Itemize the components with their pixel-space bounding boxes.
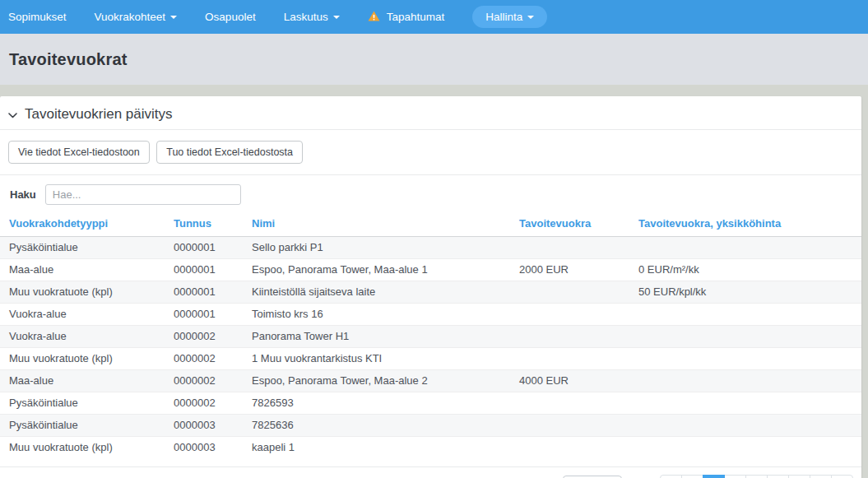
cell-vuokrakohdetyyppi: Muu vuokratuote (kpl) bbox=[0, 348, 167, 370]
cell-tavoitevuokra-yksikk-hinta bbox=[632, 348, 861, 370]
caret-down-icon bbox=[170, 16, 177, 19]
table-row: Maa-alue0000002Espoo, Panorama Tower, Ma… bbox=[0, 370, 861, 392]
page-button-4[interactable]: 4 bbox=[767, 475, 789, 478]
cell-vuokrakohdetyyppi: Muu vuokratuote (kpl) bbox=[0, 281, 167, 304]
column-header-vuokrakohdetyyppi[interactable]: Vuokrakohdetyyppi bbox=[0, 211, 167, 237]
cell-tunnus: 0000002 bbox=[167, 392, 245, 415]
page-button-3[interactable]: 3 bbox=[745, 475, 768, 478]
caret-down-icon bbox=[527, 16, 534, 19]
nav-item-label: Tapahtumat bbox=[387, 11, 445, 23]
cell-nimi: Espoo, Panorama Tower, Maa-alue 2 bbox=[245, 370, 513, 392]
cell-vuokrakohdetyyppi: Pysäköintialue bbox=[0, 415, 167, 437]
cell-tavoitevuokra bbox=[513, 281, 632, 304]
column-header-tunnus[interactable]: Tunnus bbox=[167, 211, 245, 237]
cell-vuokrakohdetyyppi: Pysäköintialue bbox=[0, 392, 167, 415]
section-title: Tavoitevuokrien päivitys bbox=[25, 106, 173, 123]
nav-item-hallinta[interactable]: Hallinta bbox=[472, 6, 547, 28]
next-page-button[interactable]: › bbox=[810, 475, 832, 478]
search-input[interactable] bbox=[45, 184, 241, 205]
cell-nimi: 1 Muu vuokrantarkistus KTI bbox=[245, 348, 513, 370]
cell-nimi: 7826593 bbox=[245, 392, 513, 415]
cell-tavoitevuokra bbox=[513, 437, 632, 459]
page-header: Tavoitevuokrat bbox=[0, 34, 868, 85]
cell-tavoitevuokra bbox=[513, 348, 632, 370]
table-row: Muu vuokratuote (kpl)00000021 Muu vuokra… bbox=[0, 348, 861, 370]
cell-vuokrakohdetyyppi: Maa-alue bbox=[0, 370, 167, 392]
nav-item-osapuolet[interactable]: Osapuolet bbox=[205, 11, 256, 23]
pagination: «‹12345›» bbox=[660, 475, 853, 478]
nav-item-label: Laskutus bbox=[284, 11, 328, 23]
export-excel-button[interactable]: Vie tiedot Excel-tiedostoon bbox=[8, 141, 150, 164]
cell-tunnus: 0000002 bbox=[167, 326, 245, 348]
table-header: VuokrakohdetyyppiTunnusNimiTavoitevuokra… bbox=[0, 211, 861, 237]
section-header[interactable]: Tavoitevuokrien päivitys bbox=[0, 96, 861, 130]
nav-items: SopimuksetVuokrakohteetOsapuoletLaskutus… bbox=[8, 6, 547, 28]
nav-item-sopimukset[interactable]: Sopimukset bbox=[8, 11, 67, 23]
cell-tavoitevuokra-yksikk-hinta: 50 EUR/kpl/kk bbox=[632, 281, 861, 304]
cell-nimi: 7825636 bbox=[245, 415, 513, 437]
column-header-tavoitevuokra-yksikk-hinta[interactable]: Tavoitevuokra, yksikköhinta bbox=[632, 211, 861, 237]
nav-item-tapahtumat[interactable]: Tapahtumat bbox=[368, 11, 445, 24]
cell-nimi: Sello parkki P1 bbox=[245, 237, 513, 259]
search-row: Haku bbox=[0, 175, 861, 205]
page-size-select[interactable]: 10 bbox=[563, 476, 622, 478]
first-page-button[interactable]: « bbox=[660, 475, 682, 478]
page-button-1[interactable]: 1 bbox=[703, 475, 725, 478]
cell-vuokrakohdetyyppi: Pysäköintialue bbox=[0, 237, 167, 259]
cell-tavoitevuokra-yksikk-hinta bbox=[632, 237, 861, 259]
nav-item-label: Vuokrakohteet bbox=[95, 11, 166, 23]
caret-down-icon bbox=[333, 16, 340, 19]
table-row: Pysäköintialue00000037825636 bbox=[0, 415, 861, 437]
cell-tunnus: 0000003 bbox=[167, 415, 245, 437]
table-row: Vuokra-alue0000002Panorama Tower H1 bbox=[0, 326, 861, 348]
cell-vuokrakohdetyyppi: Vuokra-alue bbox=[0, 326, 167, 348]
cell-vuokrakohdetyyppi: Vuokra-alue bbox=[0, 304, 167, 326]
cell-nimi: kaapeli 1 bbox=[245, 437, 513, 459]
page-button-5[interactable]: 5 bbox=[788, 475, 810, 478]
cell-tavoitevuokra-yksikk-hinta bbox=[632, 304, 861, 326]
page-size-select-wrap: 10 bbox=[563, 476, 622, 478]
content-panel: Tavoitevuokrien päivitys Vie tiedot Exce… bbox=[0, 96, 861, 478]
nav-item-label: Hallinta bbox=[485, 11, 522, 23]
table-row: Muu vuokratuote (kpl)0000001Kiinteistöll… bbox=[0, 281, 861, 304]
cell-nimi: Espoo, Panorama Tower, Maa-alue 1 bbox=[245, 259, 513, 281]
cell-tunnus: 0000003 bbox=[167, 437, 245, 459]
cell-tavoitevuokra bbox=[513, 237, 632, 259]
cell-tavoitevuokra-yksikk-hinta bbox=[632, 437, 861, 459]
last-page-button[interactable]: » bbox=[831, 475, 853, 478]
top-navbar: SopimuksetVuokrakohteetOsapuoletLaskutus… bbox=[0, 0, 868, 34]
cell-nimi: Panorama Tower H1 bbox=[245, 326, 513, 348]
cell-vuokrakohdetyyppi: Maa-alue bbox=[0, 259, 167, 281]
cell-tunnus: 0000001 bbox=[167, 281, 245, 304]
cell-tavoitevuokra: 4000 EUR bbox=[513, 370, 632, 392]
page-button-2[interactable]: 2 bbox=[724, 475, 746, 478]
nav-item-label: Sopimukset bbox=[8, 11, 67, 23]
table-row: Maa-alue0000001Espoo, Panorama Tower, Ma… bbox=[0, 259, 861, 281]
table-row: Muu vuokratuote (kpl)0000003kaapeli 1 bbox=[0, 437, 861, 459]
chevron-down-icon bbox=[8, 113, 17, 118]
cell-tavoitevuokra bbox=[513, 304, 632, 326]
table-row: Vuokra-alue0000001Toimisto krs 16 bbox=[0, 304, 861, 326]
cell-tunnus: 0000002 bbox=[167, 348, 245, 370]
cell-tavoitevuokra-yksikk-hinta bbox=[632, 326, 861, 348]
nav-item-laskutus[interactable]: Laskutus bbox=[284, 11, 340, 23]
cell-tavoitevuokra-yksikk-hinta bbox=[632, 415, 861, 437]
prev-page-button[interactable]: ‹ bbox=[681, 475, 703, 478]
cell-tunnus: 0000002 bbox=[167, 370, 245, 392]
footer-controls: Näytä 10 riviä «‹12345›» bbox=[527, 475, 853, 478]
cell-tavoitevuokra bbox=[513, 326, 632, 348]
nav-item-vuokrakohteet[interactable]: Vuokrakohteet bbox=[95, 11, 178, 23]
table-footer: Yhteensä 236 riviä. Näytä 10 riviä «‹123… bbox=[0, 466, 861, 478]
cell-tunnus: 0000001 bbox=[167, 304, 245, 326]
cell-tavoitevuokra bbox=[513, 392, 632, 415]
column-header-tavoitevuokra[interactable]: Tavoitevuokra bbox=[513, 211, 632, 237]
column-header-nimi[interactable]: Nimi bbox=[245, 211, 513, 237]
cell-tavoitevuokra-yksikk-hinta: 0 EUR/m²/kk bbox=[632, 259, 861, 281]
import-excel-button[interactable]: Tuo tiedot Excel-tiedostosta bbox=[156, 141, 303, 164]
page-title: Tavoitevuokrat bbox=[9, 50, 868, 69]
cell-nimi: Kiinteistöllä sijaitseva laite bbox=[245, 281, 513, 304]
cell-tavoitevuokra-yksikk-hinta bbox=[632, 392, 861, 415]
table-row: Pysäköintialue0000001Sello parkki P1 bbox=[0, 237, 861, 259]
table-row: Pysäköintialue00000027826593 bbox=[0, 392, 861, 415]
cell-nimi: Toimisto krs 16 bbox=[245, 304, 513, 326]
